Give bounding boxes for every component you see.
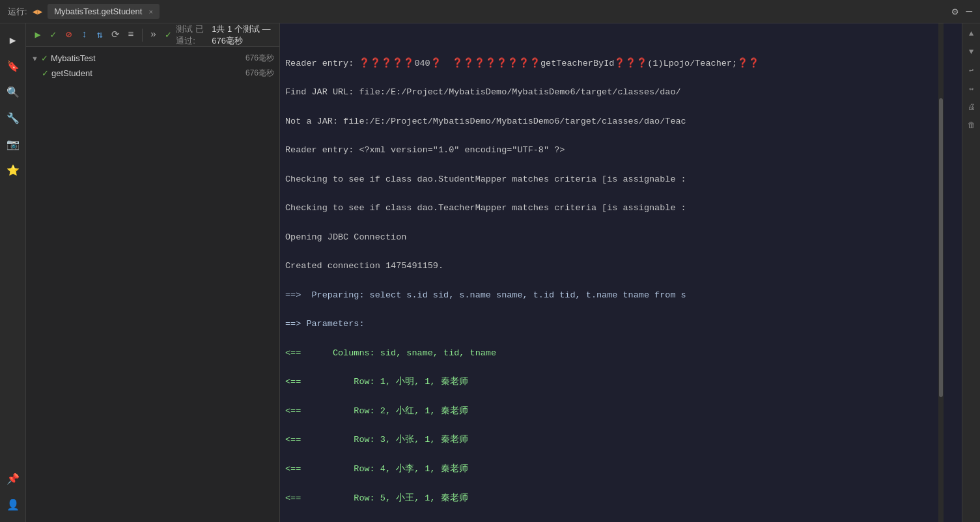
- title-right: ⚙ —: [952, 5, 972, 18]
- left-sidebar: ▶ 🔖 🔍 🔧 📷 ⭐ 📌 👤: [0, 23, 26, 522]
- chevron-down-icon: ▼: [31, 55, 38, 62]
- scroll-down-button[interactable]: ▼: [964, 44, 979, 60]
- scroll-up-button[interactable]: ▲: [964, 26, 979, 42]
- arrow-more-button[interactable]: »: [147, 26, 160, 44]
- test-method-time: 676毫秒: [245, 68, 274, 79]
- console-line-8: Created connection 1475491159.: [285, 259, 957, 273]
- vertical-scrollbar[interactable]: [938, 23, 944, 522]
- test-tree[interactable]: ▼ ✓ MybatisTest 676毫秒 ✓ getStudent 676毫秒: [26, 47, 279, 522]
- print-button[interactable]: 🖨: [964, 99, 979, 115]
- status-text: 测试 已通过:: [176, 23, 208, 47]
- console-line-3: Not a JAR: file:/E:/Project/MybatisDemo/…: [285, 115, 957, 129]
- stop-button[interactable]: ⊘: [63, 26, 76, 44]
- console-output: Reader entry: ❓❓❓❓❓040❓ ❓❓❓❓❓❓❓❓getTeach…: [280, 23, 962, 522]
- console-line-1: Reader entry: ❓❓❓❓❓040❓ ❓❓❓❓❓❓❓❓getTeach…: [285, 57, 957, 71]
- check-button[interactable]: ✓: [47, 26, 60, 44]
- sidebar-pin-icon[interactable]: 📌: [1, 467, 25, 491]
- test-class-name: MybatisTest: [51, 53, 243, 63]
- sidebar-play-icon[interactable]: ▶: [1, 29, 25, 52]
- console-line-13: <== Row: 2, 小红, 1, 秦老师: [285, 404, 957, 419]
- console-line-4: Reader entry: <?xml version="1.0" encodi…: [285, 143, 957, 158]
- toolbar: ▶ ✓ ⊘ ↕ ⇅ ⟳ ≡ » ✓ 测试 已通过: 1共 1 个测试 — 676…: [26, 23, 279, 47]
- sort2-button[interactable]: ⇅: [93, 26, 106, 44]
- console-line-6: Checking to see if class dao.TeacherMapp…: [285, 201, 957, 215]
- orange-arrow-icon: ◀▶: [33, 7, 43, 17]
- sort1-button[interactable]: ↕: [77, 26, 91, 44]
- settings-gear-icon[interactable]: ⚙: [952, 5, 959, 18]
- sidebar-search-icon[interactable]: 🔍: [1, 81, 25, 104]
- console-line-2: Find JAR URL: file:/E:/Project/MybatisDe…: [285, 85, 957, 100]
- toolbar-separator: [142, 29, 143, 42]
- console-line-15: <== Row: 4, 小李, 1, 秦老师: [285, 462, 957, 476]
- check-pass-icon: ✓: [41, 53, 48, 63]
- sidebar-wrench-icon[interactable]: 🔧: [1, 107, 25, 130]
- status-check-icon: ✓: [165, 30, 172, 40]
- right-scroll-panel: ▲ ▼ ↩ ⇔ 🖨 🗑: [962, 23, 980, 522]
- run-label: 运行:: [8, 6, 27, 18]
- check-pass-icon-2: ✓: [42, 68, 49, 78]
- sidebar-user-icon[interactable]: 👤: [1, 493, 25, 517]
- console-panel: Reader entry: ❓❓❓❓❓040❓ ❓❓❓❓❓❓❓❓getTeach…: [280, 23, 962, 522]
- console-line-16: <== Row: 5, 小王, 1, 秦老师: [285, 491, 957, 506]
- delete-button[interactable]: 🗑: [964, 117, 979, 133]
- title-bar: 运行: ◀▶ MybatisTest.getStudent × ⚙ —: [0, 0, 980, 23]
- console-line-9: ==> Preparing: select s.id sid, s.name s…: [285, 288, 957, 303]
- test-panel: ▶ ✓ ⊘ ↕ ⇅ ⟳ ≡ » ✓ 测试 已通过: 1共 1 个测试 — 676…: [26, 23, 280, 522]
- minimize-icon[interactable]: —: [966, 6, 972, 18]
- console-line-14: <== Row: 3, 小张, 1, 秦老师: [285, 433, 957, 447]
- tree-item-getstudent[interactable]: ✓ getStudent 676毫秒: [26, 66, 279, 81]
- sidebar-star-icon[interactable]: ⭐: [1, 159, 25, 182]
- refresh-button[interactable]: ⟳: [109, 26, 122, 44]
- scrollbar-thumb[interactable]: [939, 98, 943, 398]
- tab-mybatistest[interactable]: MybatisTest.getStudent ×: [48, 4, 160, 19]
- run-button[interactable]: ▶: [31, 26, 44, 44]
- main-layout: ▶ 🔖 🔍 🔧 📷 ⭐ 📌 👤 ▶ ✓ ⊘ ↕ ⇅ ⟳ ≡ » ✓ 测试 已通过…: [0, 23, 980, 522]
- console-line-11: <== Columns: sid, sname, tid, tname: [285, 346, 957, 361]
- console-line-10: ==> Parameters:: [285, 317, 957, 331]
- expand-button[interactable]: ⇔: [964, 81, 979, 96]
- sidebar-bookmark-icon[interactable]: 🔖: [1, 55, 25, 78]
- console-line-5: Checking to see if class dao.StudentMapp…: [285, 172, 957, 187]
- test-method-name: getStudent: [51, 68, 243, 78]
- console-line-7: Opening JDBC Connection: [285, 230, 957, 245]
- console-line-12: <== Row: 1, 小明, 1, 秦老师: [285, 375, 957, 389]
- tab-close-icon[interactable]: ×: [148, 8, 152, 16]
- more-button[interactable]: ≡: [124, 26, 137, 44]
- tab-name: MybatisTest.getStudent: [54, 7, 142, 16]
- sidebar-camera-icon[interactable]: 📷: [1, 133, 25, 156]
- status-bar: ✓ 测试 已通过: 1共 1 个测试 — 676毫秒: [165, 23, 274, 47]
- pass-count: 1共 1 个测试 — 676毫秒: [212, 23, 274, 47]
- test-class-time: 676毫秒: [245, 53, 274, 64]
- wrap-text-button[interactable]: ↩: [964, 62, 979, 78]
- tree-item-mybatistest[interactable]: ▼ ✓ MybatisTest 676毫秒: [26, 51, 279, 66]
